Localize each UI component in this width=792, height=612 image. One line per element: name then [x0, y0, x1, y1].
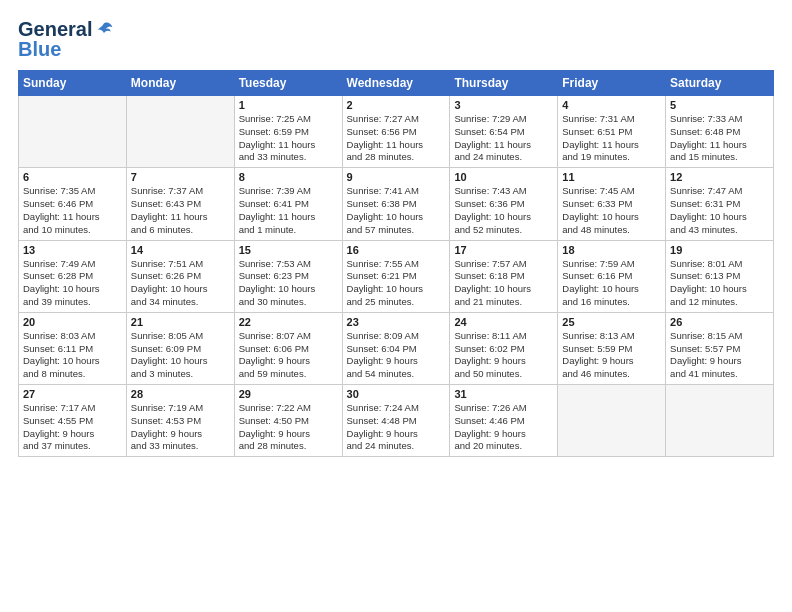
day-info: Sunrise: 7:27 AM Sunset: 6:56 PM Dayligh…: [347, 113, 446, 164]
day-number: 21: [131, 316, 230, 328]
calendar-cell: 23Sunrise: 8:09 AM Sunset: 6:04 PM Dayli…: [342, 312, 450, 384]
day-info: Sunrise: 7:59 AM Sunset: 6:16 PM Dayligh…: [562, 258, 661, 309]
weekday-header-saturday: Saturday: [666, 71, 774, 96]
day-number: 23: [347, 316, 446, 328]
day-number: 25: [562, 316, 661, 328]
week-row-5: 27Sunrise: 7:17 AM Sunset: 4:55 PM Dayli…: [19, 385, 774, 457]
day-number: 17: [454, 244, 553, 256]
day-number: 19: [670, 244, 769, 256]
day-number: 1: [239, 99, 338, 111]
day-number: 9: [347, 171, 446, 183]
day-info: Sunrise: 7:19 AM Sunset: 4:53 PM Dayligh…: [131, 402, 230, 453]
calendar-cell: 25Sunrise: 8:13 AM Sunset: 5:59 PM Dayli…: [558, 312, 666, 384]
day-number: 10: [454, 171, 553, 183]
day-number: 4: [562, 99, 661, 111]
day-number: 24: [454, 316, 553, 328]
day-number: 6: [23, 171, 122, 183]
day-number: 12: [670, 171, 769, 183]
calendar-cell: [19, 96, 127, 168]
day-info: Sunrise: 8:09 AM Sunset: 6:04 PM Dayligh…: [347, 330, 446, 381]
day-number: 13: [23, 244, 122, 256]
day-number: 18: [562, 244, 661, 256]
day-info: Sunrise: 8:01 AM Sunset: 6:13 PM Dayligh…: [670, 258, 769, 309]
day-info: Sunrise: 7:53 AM Sunset: 6:23 PM Dayligh…: [239, 258, 338, 309]
day-number: 5: [670, 99, 769, 111]
calendar-cell: 31Sunrise: 7:26 AM Sunset: 4:46 PM Dayli…: [450, 385, 558, 457]
day-info: Sunrise: 7:55 AM Sunset: 6:21 PM Dayligh…: [347, 258, 446, 309]
day-info: Sunrise: 8:11 AM Sunset: 6:02 PM Dayligh…: [454, 330, 553, 381]
logo-general: General: [18, 18, 92, 40]
calendar-cell: 24Sunrise: 8:11 AM Sunset: 6:02 PM Dayli…: [450, 312, 558, 384]
day-number: 3: [454, 99, 553, 111]
day-number: 15: [239, 244, 338, 256]
calendar-cell: 18Sunrise: 7:59 AM Sunset: 6:16 PM Dayli…: [558, 240, 666, 312]
calendar-cell: 4Sunrise: 7:31 AM Sunset: 6:51 PM Daylig…: [558, 96, 666, 168]
day-info: Sunrise: 8:07 AM Sunset: 6:06 PM Dayligh…: [239, 330, 338, 381]
day-info: Sunrise: 7:41 AM Sunset: 6:38 PM Dayligh…: [347, 185, 446, 236]
day-info: Sunrise: 7:29 AM Sunset: 6:54 PM Dayligh…: [454, 113, 553, 164]
day-info: Sunrise: 7:37 AM Sunset: 6:43 PM Dayligh…: [131, 185, 230, 236]
calendar-cell: 6Sunrise: 7:35 AM Sunset: 6:46 PM Daylig…: [19, 168, 127, 240]
day-info: Sunrise: 7:57 AM Sunset: 6:18 PM Dayligh…: [454, 258, 553, 309]
day-info: Sunrise: 7:49 AM Sunset: 6:28 PM Dayligh…: [23, 258, 122, 309]
calendar-cell: 16Sunrise: 7:55 AM Sunset: 6:21 PM Dayli…: [342, 240, 450, 312]
week-row-1: 1Sunrise: 7:25 AM Sunset: 6:59 PM Daylig…: [19, 96, 774, 168]
calendar-cell: [558, 385, 666, 457]
week-row-3: 13Sunrise: 7:49 AM Sunset: 6:28 PM Dayli…: [19, 240, 774, 312]
calendar-cell: 11Sunrise: 7:45 AM Sunset: 6:33 PM Dayli…: [558, 168, 666, 240]
calendar-cell: 19Sunrise: 8:01 AM Sunset: 6:13 PM Dayli…: [666, 240, 774, 312]
calendar-cell: 9Sunrise: 7:41 AM Sunset: 6:38 PM Daylig…: [342, 168, 450, 240]
day-info: Sunrise: 7:22 AM Sunset: 4:50 PM Dayligh…: [239, 402, 338, 453]
day-info: Sunrise: 7:17 AM Sunset: 4:55 PM Dayligh…: [23, 402, 122, 453]
day-info: Sunrise: 7:35 AM Sunset: 6:46 PM Dayligh…: [23, 185, 122, 236]
calendar-cell: 30Sunrise: 7:24 AM Sunset: 4:48 PM Dayli…: [342, 385, 450, 457]
calendar-cell: 12Sunrise: 7:47 AM Sunset: 6:31 PM Dayli…: [666, 168, 774, 240]
calendar-cell: 28Sunrise: 7:19 AM Sunset: 4:53 PM Dayli…: [126, 385, 234, 457]
day-info: Sunrise: 7:31 AM Sunset: 6:51 PM Dayligh…: [562, 113, 661, 164]
day-info: Sunrise: 7:24 AM Sunset: 4:48 PM Dayligh…: [347, 402, 446, 453]
day-info: Sunrise: 7:25 AM Sunset: 6:59 PM Dayligh…: [239, 113, 338, 164]
day-info: Sunrise: 8:03 AM Sunset: 6:11 PM Dayligh…: [23, 330, 122, 381]
day-number: 14: [131, 244, 230, 256]
day-number: 30: [347, 388, 446, 400]
day-info: Sunrise: 8:15 AM Sunset: 5:57 PM Dayligh…: [670, 330, 769, 381]
logo: General Blue: [18, 18, 114, 60]
day-number: 7: [131, 171, 230, 183]
day-number: 28: [131, 388, 230, 400]
calendar-table: SundayMondayTuesdayWednesdayThursdayFrid…: [18, 70, 774, 457]
day-info: Sunrise: 8:05 AM Sunset: 6:09 PM Dayligh…: [131, 330, 230, 381]
day-number: 11: [562, 171, 661, 183]
day-info: Sunrise: 7:33 AM Sunset: 6:48 PM Dayligh…: [670, 113, 769, 164]
calendar-cell: 5Sunrise: 7:33 AM Sunset: 6:48 PM Daylig…: [666, 96, 774, 168]
calendar-cell: 26Sunrise: 8:15 AM Sunset: 5:57 PM Dayli…: [666, 312, 774, 384]
day-info: Sunrise: 8:13 AM Sunset: 5:59 PM Dayligh…: [562, 330, 661, 381]
day-info: Sunrise: 7:39 AM Sunset: 6:41 PM Dayligh…: [239, 185, 338, 236]
weekday-header-monday: Monday: [126, 71, 234, 96]
day-info: Sunrise: 7:45 AM Sunset: 6:33 PM Dayligh…: [562, 185, 661, 236]
week-row-2: 6Sunrise: 7:35 AM Sunset: 6:46 PM Daylig…: [19, 168, 774, 240]
logo-blue: Blue: [18, 38, 114, 60]
day-number: 27: [23, 388, 122, 400]
calendar-cell: [126, 96, 234, 168]
day-info: Sunrise: 7:43 AM Sunset: 6:36 PM Dayligh…: [454, 185, 553, 236]
calendar-cell: 21Sunrise: 8:05 AM Sunset: 6:09 PM Dayli…: [126, 312, 234, 384]
calendar-cell: 7Sunrise: 7:37 AM Sunset: 6:43 PM Daylig…: [126, 168, 234, 240]
weekday-header-sunday: Sunday: [19, 71, 127, 96]
calendar-cell: 20Sunrise: 8:03 AM Sunset: 6:11 PM Dayli…: [19, 312, 127, 384]
day-info: Sunrise: 7:26 AM Sunset: 4:46 PM Dayligh…: [454, 402, 553, 453]
weekday-header-tuesday: Tuesday: [234, 71, 342, 96]
header: General Blue: [18, 18, 774, 60]
logo-container: General Blue: [18, 18, 114, 60]
calendar-cell: 22Sunrise: 8:07 AM Sunset: 6:06 PM Dayli…: [234, 312, 342, 384]
calendar-cell: 29Sunrise: 7:22 AM Sunset: 4:50 PM Dayli…: [234, 385, 342, 457]
day-number: 20: [23, 316, 122, 328]
day-number: 29: [239, 388, 338, 400]
day-number: 8: [239, 171, 338, 183]
calendar-cell: 2Sunrise: 7:27 AM Sunset: 6:56 PM Daylig…: [342, 96, 450, 168]
calendar-cell: 27Sunrise: 7:17 AM Sunset: 4:55 PM Dayli…: [19, 385, 127, 457]
calendar-cell: 15Sunrise: 7:53 AM Sunset: 6:23 PM Dayli…: [234, 240, 342, 312]
logo-bird-icon: [94, 20, 114, 38]
day-number: 2: [347, 99, 446, 111]
week-row-4: 20Sunrise: 8:03 AM Sunset: 6:11 PM Dayli…: [19, 312, 774, 384]
weekday-header-thursday: Thursday: [450, 71, 558, 96]
